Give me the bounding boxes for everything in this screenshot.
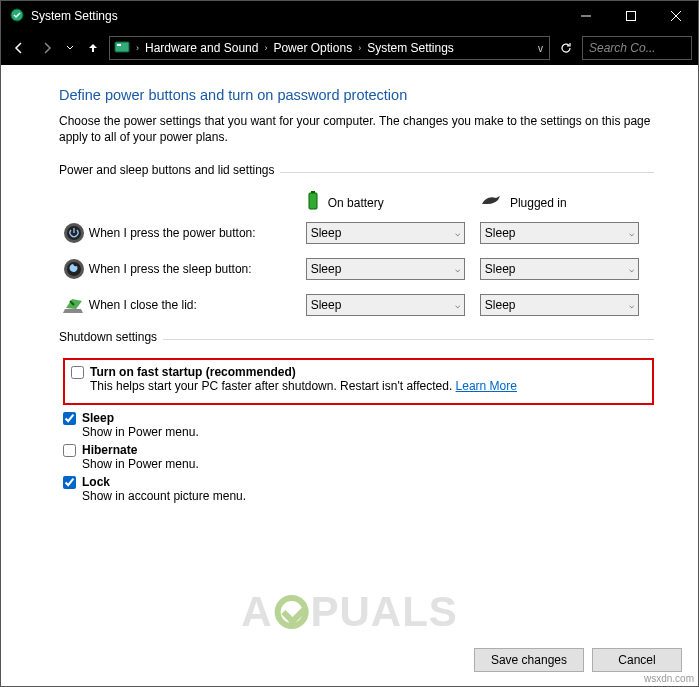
address-dropdown[interactable]: v [536,43,545,54]
power-button-plugged-select[interactable]: Sleep⌵ [480,222,639,244]
sleep-button-plugged-select[interactable]: Sleep⌵ [480,258,639,280]
cancel-button[interactable]: Cancel [592,648,682,672]
fast-startup-checkbox[interactable] [71,366,84,379]
search-input[interactable]: Search Co... [582,36,692,60]
chevron-right-icon[interactable]: › [262,43,269,53]
power-button-battery-select[interactable]: Sleep⌵ [306,222,465,244]
highlight-box: Turn on fast startup (recommended) This … [63,358,654,405]
chevron-right-icon[interactable]: › [356,43,363,53]
chevron-down-icon: ⌵ [455,228,460,238]
col-plugged-in: Plugged in [480,191,654,214]
page-description: Choose the power settings that you want … [59,113,654,145]
plug-icon [480,194,502,211]
group-power-buttons: Power and sleep buttons and lid settings [59,163,654,181]
svg-rect-2 [626,12,635,21]
content-area: Define power buttons and turn on passwor… [1,65,698,503]
svg-rect-7 [309,193,317,209]
chevron-down-icon: ⌵ [455,300,460,310]
maximize-button[interactable] [608,1,653,31]
fast-startup-option: Turn on fast startup (recommended) This … [71,365,646,393]
lid-icon [59,295,89,315]
col-on-battery: On battery [306,191,480,214]
breadcrumb-hardware[interactable]: Hardware and Sound [145,41,258,55]
control-panel-icon [114,39,130,58]
watermark: APUALS [241,588,458,636]
watermark-check-icon [274,595,308,629]
chevron-down-icon: ⌵ [455,264,460,274]
battery-icon [306,191,320,214]
breadcrumb-system-settings[interactable]: System Settings [367,41,454,55]
sleep-checkbox[interactable] [63,412,76,425]
lid-plugged-select[interactable]: Sleep⌵ [480,294,639,316]
svg-rect-8 [311,191,315,193]
footer-buttons: Save changes Cancel [474,648,682,672]
minimize-button[interactable] [563,1,608,31]
chevron-right-icon[interactable]: › [134,43,141,53]
chevron-down-icon: ⌵ [629,300,634,310]
breadcrumb-power[interactable]: Power Options [273,41,352,55]
svg-rect-6 [117,44,121,46]
lid-battery-select[interactable]: Sleep⌵ [306,294,465,316]
hibernate-option: Hibernate Show in Power menu. [63,443,654,471]
close-button[interactable] [653,1,698,31]
navbar: › Hardware and Sound › Power Options › S… [1,31,698,65]
titlebar: System Settings [1,1,698,31]
up-button[interactable] [81,36,105,60]
column-headers: On battery Plugged in [59,191,654,214]
group-label: Power and sleep buttons and lid settings [59,163,274,177]
source-mark: wsxdn.com [644,673,694,684]
hibernate-checkbox[interactable] [63,444,76,457]
chevron-down-icon: ⌵ [629,264,634,274]
lock-checkbox[interactable] [63,476,76,489]
sleep-button-icon [59,258,89,280]
page-heading: Define power buttons and turn on passwor… [59,87,654,103]
group-shutdown: Shutdown settings [59,330,654,348]
address-bar[interactable]: › Hardware and Sound › Power Options › S… [109,36,550,60]
row-sleep-button: When I press the sleep button: Sleep⌵ Sl… [59,258,654,280]
svg-rect-5 [115,42,129,52]
window-title: System Settings [31,9,563,23]
learn-more-link[interactable]: Learn More [456,379,517,393]
power-button-icon [59,222,89,244]
forward-button[interactable] [35,36,59,60]
group-label: Shutdown settings [59,330,157,344]
sleep-option: Sleep Show in Power menu. [63,411,654,439]
save-changes-button[interactable]: Save changes [474,648,584,672]
back-button[interactable] [7,36,31,60]
sleep-button-battery-select[interactable]: Sleep⌵ [306,258,465,280]
row-close-lid: When I close the lid: Sleep⌵ Sleep⌵ [59,294,654,316]
row-power-button: When I press the power button: Sleep⌵ Sl… [59,222,654,244]
refresh-button[interactable] [554,36,578,60]
lock-option: Lock Show in account picture menu. [63,475,654,503]
chevron-down-icon: ⌵ [629,228,634,238]
recent-dropdown[interactable] [63,36,77,60]
app-icon [9,7,25,26]
